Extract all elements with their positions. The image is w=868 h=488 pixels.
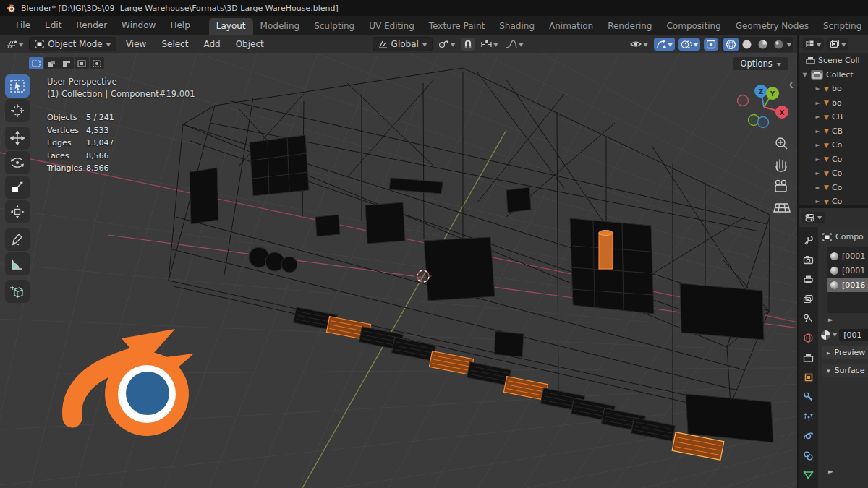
scale-tool[interactable]: [5, 176, 30, 199]
properties-breadcrumb[interactable]: Compo: [818, 227, 868, 244]
material-selector[interactable]: ▼ [001: [821, 329, 868, 341]
tab-output[interactable]: [801, 273, 816, 286]
zoom-button[interactable]: [776, 138, 787, 149]
menu-file[interactable]: File: [9, 18, 38, 33]
outliner-row-object[interactable]: ►▼bo: [799, 96, 868, 111]
transform-tool[interactable]: [5, 200, 30, 223]
expand-icon[interactable]: ►: [814, 198, 821, 205]
panel-surface[interactable]: ▾ Surface: [822, 364, 868, 377]
tab-texture-paint[interactable]: Texture Paint: [422, 18, 492, 35]
panel-expand-arrow[interactable]: ►: [828, 468, 833, 475]
menu-object[interactable]: Object: [230, 37, 270, 51]
gizmo-neg-z[interactable]: [758, 117, 769, 128]
material-slot-selected[interactable]: [0016: [827, 278, 868, 292]
sidebar-collapse-arrow[interactable]: ❮: [788, 81, 794, 88]
expand-icon[interactable]: ►: [814, 85, 821, 92]
tab-uv-editing[interactable]: UV Editing: [362, 18, 422, 35]
tab-object[interactable]: [801, 370, 816, 384]
outliner-row-object[interactable]: ►▼Co: [799, 153, 868, 167]
expand-icon[interactable]: ►: [814, 114, 821, 120]
tab-object-data[interactable]: [801, 468, 816, 481]
menu-view[interactable]: View: [120, 37, 152, 51]
tab-layout[interactable]: Layout: [209, 18, 253, 35]
outliner-display-mode[interactable]: ▼: [802, 38, 824, 50]
expand-icon[interactable]: ►: [814, 128, 821, 134]
tab-sculpting[interactable]: Sculpting: [307, 18, 362, 35]
select-mode-intersect[interactable]: [90, 57, 104, 69]
material-slot[interactable]: [0001: [827, 263, 868, 278]
3d-viewport-canvas[interactable]: Z Y X: [0, 53, 797, 488]
outliner-row-object[interactable]: ►▼bo: [799, 82, 868, 96]
properties-editor-type[interactable]: ▼: [802, 212, 825, 223]
cursor-tool[interactable]: [5, 99, 30, 122]
menu-edit[interactable]: Edit: [38, 18, 69, 33]
gizmo-neg-x[interactable]: [738, 95, 749, 106]
outliner-row-object[interactable]: ►▼CB: [799, 110, 868, 124]
tab-geometry-nodes[interactable]: Geometry Nodes: [728, 18, 816, 35]
tab-modifiers[interactable]: [801, 390, 816, 403]
outliner-row-collection[interactable]: ▼ Collect: [799, 68, 868, 82]
outliner-filter[interactable]: ▼: [827, 38, 848, 50]
perspective-toggle-button[interactable]: [774, 204, 790, 212]
expand-icon[interactable]: ►: [814, 170, 821, 176]
expand-icon[interactable]: ►: [814, 100, 821, 106]
mode-dropdown[interactable]: Object Mode ▼: [29, 37, 116, 51]
tab-view-layer[interactable]: [801, 292, 816, 306]
select-mode-new[interactable]: [29, 57, 43, 69]
move-tool[interactable]: [5, 127, 30, 150]
tab-scripting[interactable]: Scripting: [816, 18, 868, 35]
proportional-editing-toggle[interactable]: ▼: [479, 38, 500, 51]
shading-wireframe-button[interactable]: [723, 38, 739, 51]
object-visibility-dropdown[interactable]: ▼: [628, 38, 650, 50]
outliner-row-scene-collection[interactable]: Scene Coll: [799, 53, 868, 68]
selected-cylinder[interactable]: [599, 231, 613, 270]
select-mode-invert[interactable]: [75, 57, 89, 69]
tab-render[interactable]: [801, 253, 816, 267]
select-mode-subtract[interactable]: [59, 57, 74, 69]
proportional-falloff-dropdown[interactable]: ▼: [503, 38, 525, 50]
tab-tool[interactable]: [801, 234, 816, 247]
menu-help[interactable]: Help: [163, 18, 197, 33]
shading-material-button[interactable]: [755, 38, 770, 51]
tab-shading[interactable]: Shading: [492, 18, 542, 35]
slots-expand-arrow[interactable]: ►: [828, 316, 868, 323]
show-gizmo-toggle[interactable]: ▼: [654, 38, 675, 51]
navigation-gizmo[interactable]: Z Y X: [738, 85, 789, 128]
snap-target-dropdown[interactable]: ▼: [436, 38, 457, 51]
show-overlays-toggle[interactable]: ▼: [678, 38, 700, 51]
shading-rendered-button[interactable]: [771, 38, 786, 51]
snap-toggle[interactable]: [461, 38, 475, 51]
outliner-row-object[interactable]: ►▼Co: [799, 166, 868, 181]
menu-select[interactable]: Select: [156, 37, 194, 51]
3d-viewport[interactable]: Z Y X: [0, 53, 797, 488]
material-name-field[interactable]: [001: [839, 329, 868, 341]
select-mode-extend[interactable]: [44, 57, 59, 69]
tab-rendering[interactable]: Rendering: [600, 18, 659, 35]
tab-compositing[interactable]: Compositing: [659, 18, 728, 35]
add-cube-tool[interactable]: [5, 280, 30, 303]
outliner-row-object[interactable]: ►▼Co: [799, 181, 868, 195]
pan-hand-button[interactable]: [776, 160, 786, 171]
tab-particles[interactable]: [801, 409, 816, 423]
menu-add[interactable]: Add: [197, 37, 226, 51]
expand-icon[interactable]: ►: [814, 184, 821, 191]
tab-modeling[interactable]: Modeling: [253, 18, 307, 35]
tab-constraints[interactable]: [801, 448, 816, 462]
menu-window[interactable]: Window: [114, 18, 163, 33]
options-button[interactable]: Options ▼: [733, 57, 788, 70]
transform-orientation-dropdown[interactable]: Global ▼: [373, 37, 433, 51]
panel-preview[interactable]: ▸ Preview: [822, 346, 868, 359]
shading-solid-button[interactable]: [739, 38, 754, 51]
expand-icon[interactable]: ►: [814, 156, 821, 163]
editor-type-selector[interactable]: ▼: [4, 38, 25, 51]
expand-icon[interactable]: ►: [814, 142, 821, 148]
select-box-tool[interactable]: [5, 74, 30, 98]
expand-icon[interactable]: ▼: [801, 72, 808, 78]
rotate-tool[interactable]: [5, 151, 30, 174]
xray-toggle[interactable]: [704, 38, 718, 51]
outliner-row-object[interactable]: ►▼Co: [799, 194, 868, 205]
outliner-row-object[interactable]: ►▼Co: [799, 138, 868, 153]
outliner-row-object[interactable]: ►▼CB: [799, 124, 868, 139]
annotate-tool[interactable]: [5, 228, 30, 251]
material-slot[interactable]: [0001: [827, 249, 868, 263]
